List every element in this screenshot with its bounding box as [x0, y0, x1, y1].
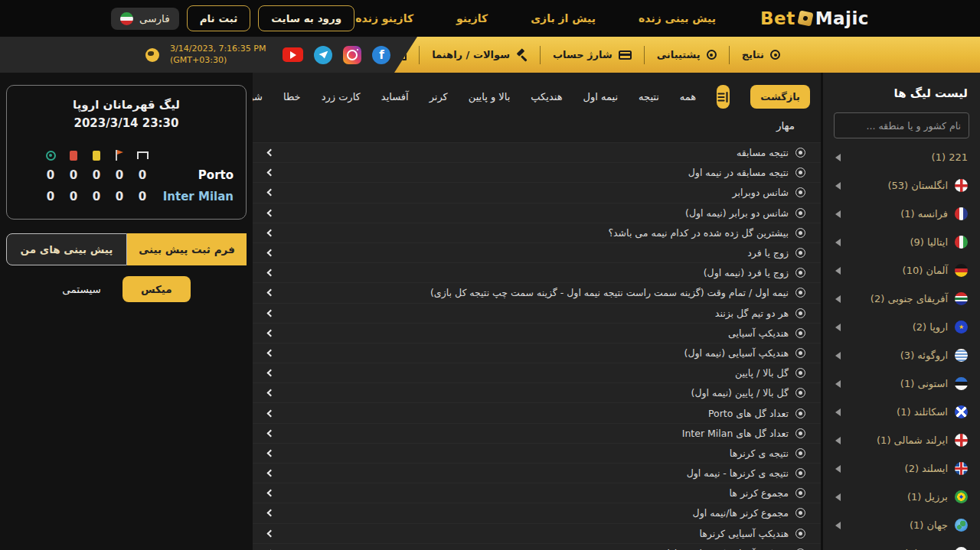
expand-chevron-icon[interactable]	[267, 470, 275, 477]
market-tab[interactable]: مهار	[776, 119, 795, 132]
expand-chevron-icon[interactable]	[267, 389, 275, 397]
expand-chevron-icon[interactable]	[267, 529, 275, 537]
expand-chevron-icon[interactable]	[267, 249, 275, 257]
main-menu-item[interactable]: پیش بینی زنده	[639, 12, 716, 24]
league-item[interactable]: فرانسه (1)	[823, 200, 980, 228]
expand-chevron-icon[interactable]	[267, 490, 275, 497]
stat-value: 0	[62, 168, 85, 182]
service-item[interactable]: نتایج	[730, 49, 792, 60]
expand-chevron-icon[interactable]	[267, 350, 275, 357]
expand-chevron-icon[interactable]	[267, 449, 275, 457]
league-item[interactable]: برزیل (1)	[823, 483, 980, 511]
league-item[interactable]: ایرلند شمالی (1)	[823, 426, 980, 454]
expand-chevron-icon[interactable]	[267, 269, 275, 277]
expand-chevron-icon[interactable]	[267, 189, 275, 197]
expand-chevron-icon[interactable]	[267, 289, 275, 297]
telegram-icon[interactable]	[314, 46, 332, 64]
bet-mode-button[interactable]: سیستمی	[62, 283, 101, 295]
market-row[interactable]: مجموع کرنر ها	[253, 483, 821, 503]
expand-chevron-icon[interactable]	[267, 209, 275, 216]
language-selector[interactable]: فارسی	[111, 8, 179, 30]
facebook-icon[interactable]: f	[372, 46, 390, 64]
market-row[interactable]: نتیجه ی کرنرها	[253, 443, 821, 463]
market-tab[interactable]: شوت	[253, 91, 263, 103]
market-row[interactable]: هر دو تیم گل بزنند	[253, 303, 821, 323]
market-row[interactable]: نتیجه مسابقه در نیمه اول	[253, 162, 821, 182]
back-button[interactable]: بازگشت	[750, 85, 810, 109]
league-label: فرانسه (1)	[900, 208, 948, 220]
expand-chevron-icon[interactable]	[267, 329, 275, 337]
expand-chevron-icon[interactable]	[267, 369, 275, 377]
market-label: نیمه اول / تمام وقت (گزینه سمت راست نتیج…	[430, 287, 789, 298]
market-row[interactable]: شانس دو برابر (نیمه اول)	[253, 203, 821, 223]
expand-chevron-icon[interactable]	[267, 169, 275, 177]
country-flag-icon	[955, 377, 968, 390]
expand-chevron-icon[interactable]	[267, 149, 275, 157]
filter-button[interactable]	[717, 85, 730, 109]
expand-chevron-icon[interactable]	[267, 309, 275, 317]
market-row[interactable]: نتیجه ی کرنرها - نیمه اول	[253, 463, 821, 483]
league-item[interactable]: ایسلند (2)	[823, 454, 980, 483]
league-item[interactable]: اروپا (2)	[823, 313, 980, 341]
country-search-input[interactable]	[834, 112, 969, 138]
market-row[interactable]: گل بالا / پایین (نیمه اول)	[253, 382, 821, 402]
match-panel: لیگ قهرمانان اروپا 2023/3/14 23:30 Porto…	[0, 73, 253, 550]
market-tab[interactable]: آفساید	[381, 91, 409, 103]
service-item[interactable]: پشتیبانی	[645, 49, 729, 60]
market-tab[interactable]: کرنر	[430, 91, 448, 103]
market-row[interactable]: تعداد گل های Porto	[253, 402, 821, 422]
away-team-name: Inter Milan	[154, 190, 237, 203]
market-tab[interactable]: بالا و پایین	[469, 91, 511, 103]
market-tab[interactable]: کارت زرد	[322, 91, 361, 103]
betslip-tab[interactable]: پیش بینی های من	[6, 233, 127, 265]
service-item[interactable]: شارژ حساب	[541, 49, 644, 60]
youtube-icon[interactable]	[283, 47, 303, 62]
league-item[interactable]: انگلستان (53)	[823, 171, 980, 200]
market-target-icon	[795, 348, 805, 358]
instagram-icon[interactable]	[343, 46, 361, 64]
main-menu-item[interactable]: پیش از بازی	[531, 12, 596, 24]
league-item[interactable]: استونی (1)	[823, 369, 980, 398]
market-row[interactable]: نیمه اول / تمام وقت (گزینه سمت راست نتیج…	[253, 282, 821, 302]
market-tab[interactable]: نتیجه	[639, 91, 659, 103]
market-tab[interactable]: خطا	[283, 91, 301, 103]
market-row[interactable]: زوج یا فرد	[253, 242, 821, 262]
market-row[interactable]: بیشترین گل زده شده در کدام نیمه می باشد؟	[253, 223, 821, 242]
expand-chevron-icon[interactable]	[267, 509, 275, 517]
league-item[interactable]: روسیه (1)	[823, 539, 980, 550]
expand-chevron-icon[interactable]	[267, 429, 275, 437]
league-item[interactable]: ایتالیا (9)	[823, 228, 980, 256]
register-button[interactable]: ثبت نام	[187, 5, 251, 31]
site-logo[interactable]: Bet Majic	[760, 8, 869, 28]
league-item[interactable]: آفریقای جنوبی (2)	[823, 285, 980, 313]
market-row[interactable]: تعداد گل های Inter Milan	[253, 423, 821, 443]
market-row[interactable]: هندیکپ آسیایی (نیمه اول)	[253, 343, 821, 363]
main-menu-item[interactable]: کازینو زنده	[355, 12, 413, 24]
league-item[interactable]: آلمان (10)	[823, 256, 980, 285]
bet-mode-button[interactable]: میکس	[122, 276, 191, 302]
market-row[interactable]: هندیکپ آسیایی	[253, 323, 821, 343]
market-row[interactable]: زوج یا فرد (نیمه اول)	[253, 262, 821, 282]
login-button[interactable]: ورود به سایت	[258, 5, 354, 31]
league-item[interactable]: اسکاتلند (1)	[823, 398, 980, 426]
expand-chevron-icon[interactable]	[267, 229, 275, 236]
chevron-left-icon	[835, 295, 841, 303]
market-tab[interactable]: نیمه اول	[583, 91, 619, 103]
market-tab[interactable]: هندیکپ	[531, 91, 562, 103]
market-target-icon	[795, 187, 805, 197]
betslip-tab[interactable]: فرم ثبت پیش بینی	[127, 233, 247, 265]
expand-chevron-icon[interactable]	[267, 409, 275, 417]
market-row[interactable]: هندیکپ آسیایی کرنرها نیمه اول	[253, 543, 821, 550]
league-item[interactable]: جهان (1)	[823, 511, 980, 539]
service-item[interactable]: سوالات / راهنما	[420, 49, 540, 60]
main-menu-item[interactable]: کازینو	[456, 12, 488, 24]
market-row[interactable]: هندیکپ آسیایی کرنرها	[253, 523, 821, 543]
market-row[interactable]: گل بالا / پایین	[253, 363, 821, 382]
market-row[interactable]: نتیجه مسابقه	[253, 142, 821, 162]
market-row[interactable]: شانس دوبرابر	[253, 182, 821, 202]
stat-value: 0	[131, 190, 154, 203]
league-item[interactable]: 221 (1)	[823, 143, 980, 171]
league-item[interactable]: اروگوئه (3)	[823, 341, 980, 369]
market-tab[interactable]: همه	[680, 91, 696, 103]
market-row[interactable]: مجموع کرنر ها/نیمه اول	[253, 503, 821, 522]
